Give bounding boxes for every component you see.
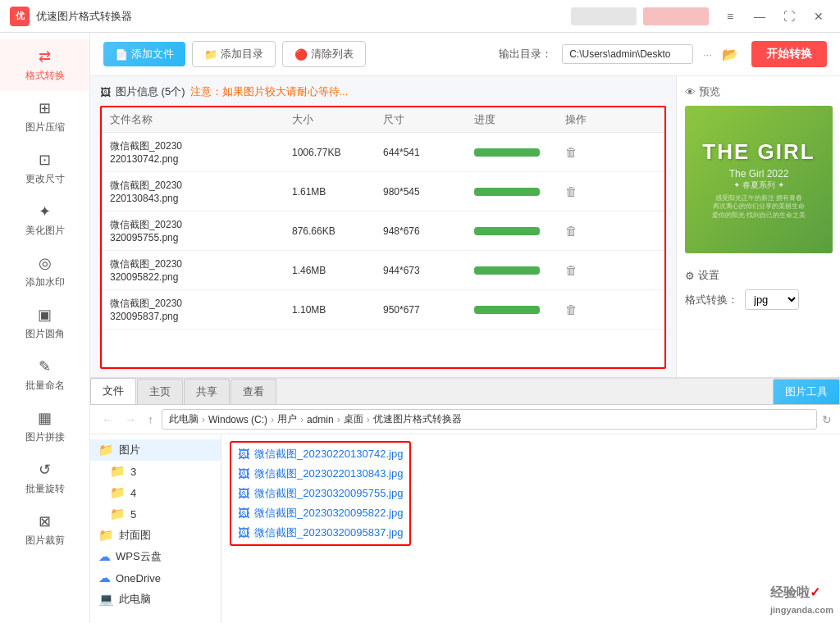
add-file-button[interactable]: 📄 添加文件 bbox=[103, 42, 185, 66]
start-convert-button[interactable]: 开始转换 bbox=[751, 41, 827, 67]
tree-item-pc[interactable]: 💻 此电脑 bbox=[90, 589, 221, 610]
rename-icon: ✎ bbox=[39, 357, 51, 375]
tree-label-5: 5 bbox=[130, 508, 136, 521]
sidebar-item-rename[interactable]: ✎ 批量命名 bbox=[0, 349, 89, 401]
maximize-btn[interactable]: ⛶ bbox=[778, 8, 801, 25]
toolbar: 📄 添加文件 📁 添加目录 🔴 清除列表 输出目录： C:\Users\admi… bbox=[90, 33, 840, 76]
bc-windows[interactable]: Windows (C:) bbox=[208, 414, 267, 425]
sidebar-label-rotate: 批量旋转 bbox=[25, 482, 65, 496]
list-item[interactable]: 🖼 微信截图_20230220130843.jpg bbox=[233, 464, 408, 484]
resize-icon: ⊡ bbox=[39, 151, 51, 169]
sidebar-item-rotate[interactable]: ↺ 批量旋转 bbox=[0, 452, 89, 504]
tree-item-4[interactable]: 📁 4 bbox=[90, 482, 221, 503]
output-folder-icon[interactable]: 📂 bbox=[722, 47, 738, 62]
file-size: 1.46MB bbox=[292, 265, 383, 276]
list-item[interactable]: 🖼 微信截图_20230320095837.jpg bbox=[233, 523, 408, 543]
refresh-btn[interactable]: ↻ bbox=[822, 413, 832, 426]
output-path[interactable]: C:\Users\admin\Deskto bbox=[562, 44, 693, 64]
sidebar-item-resize[interactable]: ⊡ 更改尺寸 bbox=[0, 143, 89, 194]
bc-desktop[interactable]: 桌面 bbox=[344, 412, 363, 426]
delete-btn[interactable]: 🗑 bbox=[565, 145, 656, 159]
explorer-nav: ← → ↑ 此电脑 › Windows (C:) › 用户 › admin › … bbox=[90, 405, 840, 434]
close-btn[interactable]: ✕ bbox=[807, 8, 830, 25]
file-dim: 950*677 bbox=[383, 304, 474, 316]
exp-file-name: 微信截图_20230220130843.jpg bbox=[254, 466, 403, 481]
output-label: 输出目录： bbox=[499, 47, 552, 61]
tree-label-wps: WPS云盘 bbox=[116, 549, 162, 564]
explorer-tabs: 文件 主页 共享 查看 图片工具 bbox=[90, 379, 840, 405]
settings-title: ⚙ 设置 bbox=[685, 268, 832, 283]
list-item[interactable]: 🖼 微信截图_20230320095822.jpg bbox=[233, 503, 408, 523]
nav-back-btn[interactable]: ← bbox=[98, 412, 116, 428]
col-name: 文件名称 bbox=[110, 112, 292, 127]
bc-admin[interactable]: admin bbox=[307, 414, 334, 425]
tree-item-5[interactable]: 📁 5 bbox=[90, 503, 221, 525]
list-item[interactable]: 🖼 微信截图_20230220130742.jpg bbox=[233, 444, 408, 464]
delete-btn[interactable]: 🗑 bbox=[565, 263, 656, 277]
stitch-icon: ▦ bbox=[38, 409, 52, 427]
sidebar-item-watermark[interactable]: ◎ 添加水印 bbox=[0, 246, 89, 298]
file-dim: 980*545 bbox=[383, 186, 474, 198]
watermark-icon: ◎ bbox=[39, 254, 52, 272]
add-dir-button[interactable]: 📁 添加目录 bbox=[192, 41, 276, 67]
tree-label-4: 4 bbox=[130, 487, 136, 499]
clear-icon: 🔴 bbox=[294, 48, 308, 61]
exp-tab-view[interactable]: 查看 bbox=[231, 379, 276, 404]
sidebar-item-crop[interactable]: ⊠ 图片裁剪 bbox=[0, 504, 89, 556]
tree-item-3[interactable]: 📁 3 bbox=[90, 461, 221, 482]
settings-gear-icon: ⚙ bbox=[685, 270, 695, 282]
tree-item-onedrive[interactable]: ☁ OneDrive bbox=[90, 567, 221, 589]
sidebar-item-beautify[interactable]: ✦ 美化图片 bbox=[0, 194, 89, 246]
bc-pc[interactable]: 此电脑 bbox=[169, 412, 199, 426]
tree-item-images[interactable]: 📁 图片 bbox=[90, 439, 221, 461]
nav-forward-btn[interactable]: → bbox=[121, 412, 139, 428]
add-file-label: 添加文件 bbox=[131, 47, 174, 61]
delete-btn[interactable]: 🗑 bbox=[565, 184, 656, 198]
file-dim: 944*673 bbox=[383, 265, 474, 276]
sidebar-item-stitch[interactable]: ▦ 图片拼接 bbox=[0, 401, 89, 452]
explorer-files: 🖼 微信截图_20230220130742.jpg 🖼 微信截图_2023022… bbox=[221, 434, 840, 623]
main-split: 🖼 图片信息 (5个) 注意：如果图片较大请耐心等待... 文件名称 大小 尺寸… bbox=[90, 76, 840, 377]
bc-app[interactable]: 优速图片格式转换器 bbox=[373, 412, 462, 426]
explorer-body: 📁 图片 📁 3 📁 4 📁 5 bbox=[90, 434, 840, 623]
app-logo: 优 bbox=[10, 7, 30, 26]
file-name: 微信截图_20230 320095755.png bbox=[110, 218, 292, 243]
app-title: 优速图片格式转换器 bbox=[36, 9, 571, 24]
content-area: 📄 添加文件 📁 添加目录 🔴 清除列表 输出目录： C:\Users\admi… bbox=[90, 33, 840, 623]
file-panel-header: 🖼 图片信息 (5个) 注意：如果图片较大请耐心等待... bbox=[100, 84, 666, 99]
rotate-icon: ↺ bbox=[39, 461, 51, 479]
folder-icon: 📁 bbox=[98, 443, 114, 457]
bc-users[interactable]: 用户 bbox=[277, 412, 297, 426]
breadcrumb: 此电脑 › Windows (C:) › 用户 › admin › 桌面 › 优… bbox=[162, 409, 817, 430]
file-name: 微信截图_20230 220130843.png bbox=[110, 179, 292, 204]
sidebar-item-round[interactable]: ▣ 图片圆角 bbox=[0, 298, 89, 349]
exp-tab-home[interactable]: 主页 bbox=[137, 379, 183, 404]
file-icon: 🖼 bbox=[238, 467, 249, 480]
clear-list-button[interactable]: 🔴 清除列表 bbox=[282, 41, 366, 67]
file-progress bbox=[474, 148, 565, 157]
settings-section: ⚙ 设置 格式转换： jpg png bmp gif webp tif bbox=[685, 268, 832, 310]
file-table: 文件名称 大小 尺寸 进度 操作 微信截图_20230 220130742.pn… bbox=[100, 106, 666, 369]
menu-icon-btn[interactable]: ≡ bbox=[719, 8, 742, 25]
sidebar-label-watermark: 添加水印 bbox=[25, 275, 65, 289]
output-dots-btn[interactable]: ··· bbox=[700, 48, 715, 61]
exp-tab-share[interactable]: 共享 bbox=[184, 379, 230, 404]
exp-tab-file[interactable]: 文件 bbox=[90, 378, 136, 404]
format-select[interactable]: jpg png bmp gif webp tiff bbox=[745, 289, 799, 310]
sidebar-item-format[interactable]: ⇄ 格式转换 bbox=[0, 39, 89, 91]
exp-tab-tools[interactable]: 图片工具 bbox=[773, 379, 840, 404]
file-progress bbox=[474, 306, 565, 314]
sidebar-item-compress[interactable]: ⊞ 图片压缩 bbox=[0, 91, 89, 143]
delete-btn[interactable]: 🗑 bbox=[565, 302, 656, 316]
col-size: 大小 bbox=[292, 112, 383, 127]
list-item[interactable]: 🖼 微信截图_20230320095755.jpg bbox=[233, 484, 408, 503]
file-size: 1.10MB bbox=[292, 304, 383, 316]
nav-up-btn[interactable]: ↑ bbox=[144, 412, 157, 428]
table-row: 微信截图_20230 220130742.png 1006.77KB 644*5… bbox=[102, 133, 664, 172]
tree-item-cover[interactable]: 📁 封面图 bbox=[90, 525, 221, 546]
minimize-btn[interactable]: — bbox=[748, 8, 771, 25]
table-row: 微信截图_20230 220130843.png 1.61MB 980*545 … bbox=[102, 172, 664, 211]
delete-btn[interactable]: 🗑 bbox=[565, 224, 656, 238]
tree-item-wps[interactable]: ☁ WPS云盘 bbox=[90, 546, 221, 567]
preview-image: THE GIRL The Girl 2022 ✦ 春夏系列 ✦ 感受阳光正午的新… bbox=[685, 106, 833, 253]
